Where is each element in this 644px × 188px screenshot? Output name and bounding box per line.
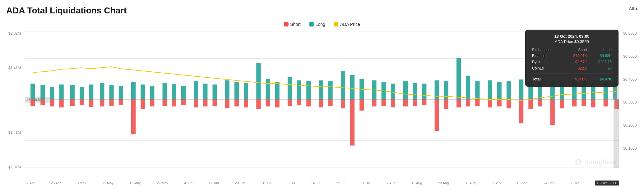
svg-rect-114 (528, 99, 533, 109)
svg-rect-89 (266, 99, 270, 106)
legend-short-label: Short (290, 22, 300, 27)
svg-rect-56 (519, 80, 523, 99)
svg-rect-80 (172, 99, 176, 106)
svg-rect-91 (288, 99, 292, 106)
y-axis-left: $2.82M $1.41M $1.41M $2.82M (0, 31, 23, 169)
svg-rect-17 (109, 85, 114, 99)
svg-rect-95 (328, 99, 333, 106)
svg-rect-31 (256, 63, 261, 99)
svg-rect-83 (203, 99, 207, 106)
svg-rect-54 (497, 82, 502, 99)
x-label-25apr: 25 Apr (51, 181, 61, 185)
y-left-2: $1.41M (8, 66, 23, 70)
x-label-15aug: 15 Aug (411, 181, 422, 185)
y-right-3: $0.4000 (621, 77, 637, 82)
svg-rect-28 (225, 80, 229, 99)
table-row: CoinEx $22.5 $0 (531, 65, 613, 71)
bybit-long: $287.75 (588, 59, 613, 65)
svg-rect-85 (225, 99, 229, 108)
x-label-20jun: 20 Jun (235, 181, 245, 185)
watermark: coinglass (575, 158, 616, 166)
coinglass-icon (575, 158, 582, 166)
svg-rect-34 (288, 77, 292, 99)
svg-rect-13 (70, 85, 75, 99)
svg-rect-33 (275, 82, 280, 99)
svg-rect-39 (341, 71, 345, 99)
svg-rect-16 (100, 83, 104, 99)
bybit-short: $3.57K (563, 59, 588, 65)
col-long: Long (588, 47, 613, 53)
svg-rect-90 (275, 99, 280, 107)
svg-point-126 (577, 161, 579, 163)
x-axis: 17 Apr 25 Apr 3 May 11 May 19 May 27 May… (25, 181, 619, 186)
svg-rect-81 (181, 99, 186, 105)
x-label-11may: 11 May (102, 181, 114, 185)
svg-rect-9 (30, 84, 35, 99)
svg-rect-111 (497, 99, 502, 106)
svg-rect-37 (319, 80, 323, 99)
y-right-2: $0.5000 (621, 54, 637, 59)
svg-rect-82 (194, 99, 198, 107)
all-button[interactable]: All ▴ (629, 6, 638, 11)
total-long: $4.97K (588, 76, 613, 82)
svg-rect-109 (475, 99, 480, 106)
svg-rect-30 (244, 83, 248, 99)
legend-long-label: Long (316, 22, 325, 27)
svg-rect-53 (488, 80, 492, 99)
y-left-4: $1.41M (8, 130, 23, 135)
x-label-19may: 19 May (130, 181, 141, 185)
svg-rect-86 (234, 99, 239, 106)
legend: Short Long ADA Price (284, 22, 360, 27)
x-label-6jul: 6 Jul (288, 181, 295, 185)
svg-rect-73 (100, 99, 104, 106)
svg-rect-108 (466, 99, 470, 106)
svg-rect-104 (422, 99, 426, 105)
svg-rect-70 (70, 99, 75, 106)
y-left-1: $2.82M (8, 31, 23, 36)
svg-rect-67 (40, 99, 45, 105)
svg-rect-118 (572, 99, 577, 106)
svg-rect-119 (581, 99, 586, 106)
tooltip-title: 13 Oct 2024, 03:00 (531, 34, 613, 39)
svg-rect-75 (119, 99, 123, 105)
x-label-2oct: 2 Oct (571, 181, 579, 185)
tooltip-table: Exchanges Short Long Binance $14.01K $4.… (531, 47, 613, 82)
x-label-16sep: 16 Sep (517, 181, 528, 185)
svg-rect-69 (59, 99, 64, 107)
svg-rect-72 (89, 99, 93, 107)
coinex-long: $0 (588, 65, 613, 71)
x-label-23aug: 23 Aug (438, 181, 449, 185)
col-short: Short (563, 47, 588, 53)
coinex-short: $22.5 (563, 65, 588, 71)
binance-short: $14.01K (563, 53, 588, 59)
y-right-1: $0.6000 (621, 31, 637, 36)
svg-rect-112 (507, 99, 511, 108)
svg-rect-115 (538, 99, 542, 106)
svg-rect-94 (319, 99, 323, 107)
svg-rect-24 (181, 86, 186, 99)
svg-rect-105 (435, 99, 439, 131)
long-dot (309, 22, 314, 27)
svg-rect-96 (341, 99, 345, 108)
svg-rect-100 (382, 99, 386, 106)
svg-rect-103 (413, 99, 417, 106)
table-row: Bybit $3.57K $287.75 (531, 59, 613, 65)
svg-rect-29 (234, 82, 239, 99)
svg-rect-47 (422, 84, 426, 99)
short-dot (284, 22, 288, 27)
svg-rect-102 (403, 99, 408, 106)
svg-rect-116 (550, 99, 555, 125)
svg-rect-22 (163, 83, 167, 99)
x-label-3may: 3 May (77, 181, 86, 185)
svg-rect-113 (519, 99, 523, 123)
svg-rect-19 (131, 82, 136, 99)
svg-rect-99 (372, 99, 376, 106)
legend-price: ADA Price (334, 22, 360, 27)
x-label-12jun: 12 Jun (209, 181, 219, 185)
svg-rect-87 (244, 99, 248, 107)
svg-rect-92 (297, 99, 301, 105)
y-left-5: $2.82M (8, 165, 23, 169)
svg-rect-10 (40, 85, 45, 99)
x-label-8sep: 8 Sep (492, 181, 501, 185)
svg-rect-18 (119, 86, 123, 99)
